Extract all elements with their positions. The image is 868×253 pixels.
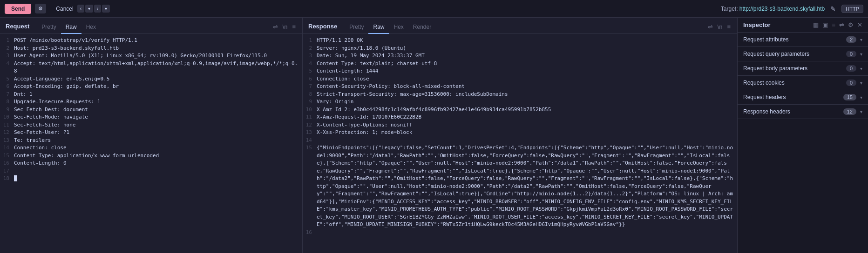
toolbar: Send ⚙ Cancel ‹ ▾ › ▾ Target: http://prd… (0, 0, 868, 18)
response-code-area[interactable]: 1HTTP/1.1 200 OK2Server: nginx/1.18.0 (U… (303, 34, 737, 253)
request-line: 9Sec-Fetch-Dest: document (0, 106, 302, 114)
response-title: Response (308, 23, 337, 33)
nav-back-dropdown[interactable]: ▾ (85, 5, 93, 13)
response-panel-header: Response Pretty Raw Hex Render ⇌ \n ≡ (303, 18, 737, 34)
request-line: 2Host: prd23-s3-backend.skyfall.htb (0, 45, 302, 53)
response-panel: Response Pretty Raw Hex Render ⇌ \n ≡ 1H… (303, 18, 738, 253)
inspector-row[interactable]: Request cookies0▾ (738, 76, 868, 90)
request-line: 12Sec-Fetch-User: ?1 (0, 129, 302, 137)
tab-request-raw[interactable]: Raw (61, 21, 81, 34)
inspector-row[interactable]: Request headers15▾ (738, 90, 868, 105)
nav-arrows: ‹ ▾ › ▾ (77, 5, 110, 13)
tab-response-pretty[interactable]: Pretty (345, 21, 368, 34)
wrap-icon[interactable]: ⇌ (272, 22, 279, 31)
nav-forward-button[interactable]: › (94, 5, 101, 13)
inspector-row[interactable]: Request query parameters0▾ (738, 47, 868, 61)
inspector-icons: ▦ ▣ ≡ ⇌ ⚙ ✕ (813, 21, 862, 28)
tab-request-hex[interactable]: Hex (81, 21, 101, 34)
inspector-row-badge: 15 (843, 94, 856, 100)
separator (51, 4, 51, 13)
inspector-rows: Request attributes2▾Request query parame… (738, 33, 868, 253)
response-line: 6Connection: close (303, 75, 737, 83)
inspector-row-badge: 0 (846, 65, 856, 72)
inspector-row-badge: 12 (843, 108, 856, 115)
request-line: 5Accept-Language: en-US,en;q=0.5 (0, 75, 302, 83)
request-line: 1POST /minio/bootstrap/v1/verify HTTP/1.… (0, 37, 302, 45)
response-line: 10X-Amz-Id-2: e3b0c44298fc1c149afbf4c899… (303, 106, 737, 114)
request-code-area[interactable]: 1POST /minio/bootstrap/v1/verify HTTP/1.… (0, 34, 302, 253)
request-line: 14Connection: close (0, 144, 302, 152)
request-line: 16Content-Length: 0 (0, 160, 302, 167)
http-badge: HTTP (841, 5, 863, 13)
chevron-down-icon: ▾ (860, 109, 862, 114)
response-newline-icon[interactable]: \n (717, 22, 724, 31)
menu-icon[interactable]: ≡ (291, 22, 297, 31)
response-line: 12X-Content-Type-Options: nosniff (303, 121, 737, 129)
request-line: 11Sec-Fetch-Site: none (0, 121, 302, 129)
newline-icon[interactable]: \n (282, 22, 289, 31)
settings-button[interactable]: ⚙ (35, 4, 46, 13)
inspector-row-label: Request cookies (743, 80, 846, 86)
response-line: 13X-Xss-Protection: 1; mode=block (303, 129, 737, 137)
tab-response-hex[interactable]: Hex (389, 21, 408, 34)
chevron-down-icon: ▾ (860, 95, 862, 100)
inspector-list-icon[interactable]: ≡ (832, 21, 835, 28)
edit-url-button[interactable]: ✎ (828, 5, 838, 13)
response-line: 9Vary: Origin (303, 98, 737, 106)
response-panel-tools: ⇌ \n ≡ (707, 22, 732, 33)
inspector-title: Inspector (743, 21, 771, 28)
inspector-row-label: Request headers (743, 94, 843, 100)
inspector-grid-icon[interactable]: ▦ (813, 21, 819, 28)
inspector-row[interactable]: Response headers12▾ (738, 105, 868, 119)
response-menu-icon[interactable]: ≡ (726, 22, 732, 31)
request-line: 13Te: trailers (0, 137, 302, 145)
cancel-button[interactable]: Cancel (56, 6, 73, 12)
response-line: 5Content-Length: 1444 (303, 67, 737, 75)
inspector-table-icon[interactable]: ▣ (822, 21, 828, 28)
request-line: 7Dnt: 1 (0, 91, 302, 99)
inspector-row-badge: 0 (846, 51, 856, 57)
response-line: 16 (303, 229, 737, 237)
target-label: Target: http://prd23-s3-backend.skyfall.… (721, 6, 825, 12)
response-line: 15{"MinioEndpoints":[{"Legacy":false,"Se… (303, 144, 737, 229)
main-area: Request Pretty Raw Hex ⇌ \n ≡ 1POST /min… (0, 18, 868, 253)
response-wrap-icon[interactable]: ⇌ (707, 22, 714, 31)
inspector-row[interactable]: Request attributes2▾ (738, 33, 868, 47)
request-line: 15Content-Type: application/x-www-form-u… (0, 152, 302, 160)
request-panel-tools: ⇌ \n ≡ (272, 22, 297, 33)
chevron-down-icon: ▾ (860, 52, 862, 57)
tab-response-render[interactable]: Render (408, 21, 436, 34)
tab-response-raw[interactable]: Raw (368, 21, 389, 34)
response-line: 8Strict-Transport-Security: max-age=3153… (303, 91, 737, 99)
inspector-row[interactable]: Request body parameters0▾ (738, 61, 868, 76)
inspector-row-label: Request body parameters (743, 65, 846, 72)
inspector-settings-icon[interactable]: ⚙ (848, 21, 854, 28)
response-line: 7Content-Security-Policy: block-all-mixe… (303, 83, 737, 91)
inspector-split-icon[interactable]: ⇌ (839, 21, 844, 28)
send-button[interactable]: Send (5, 4, 31, 14)
request-line: 17 (0, 167, 302, 175)
chevron-down-icon: ▾ (860, 80, 862, 86)
request-line: 6Accept-Encoding: gzip, deflate, br (0, 83, 302, 91)
request-title: Request (6, 23, 29, 33)
response-line: 3Date: Sun, 19 May 2024 23:33:37 GMT (303, 52, 737, 60)
request-panel-header: Request Pretty Raw Hex ⇌ \n ≡ (0, 18, 302, 34)
nav-forward-dropdown[interactable]: ▾ (102, 5, 110, 13)
target-url: http://prd23-s3-backend.skyfall.htb (739, 6, 825, 12)
cursor (14, 175, 17, 181)
request-line: 8Upgrade-Insecure-Requests: 1 (0, 98, 302, 106)
inspector-close-icon[interactable]: ✕ (857, 21, 862, 28)
inspector-panel: Inspector ▦ ▣ ≡ ⇌ ⚙ ✕ Request attributes… (738, 18, 868, 253)
tab-request-pretty[interactable]: Pretty (37, 21, 61, 34)
inspector-header: Inspector ▦ ▣ ≡ ⇌ ⚙ ✕ (738, 18, 868, 33)
nav-back-button[interactable]: ‹ (77, 5, 84, 13)
inspector-row-badge: 2 (846, 36, 856, 43)
inspector-row-badge: 0 (846, 80, 856, 86)
inspector-row-label: Request query parameters (743, 51, 846, 57)
inspector-row-label: Response headers (743, 108, 843, 115)
response-line: 11X-Amz-Request-Id: 17D107E60C222B2B (303, 113, 737, 121)
response-line: 14 (303, 137, 737, 145)
response-line: 2Server: nginx/1.18.0 (Ubuntu) (303, 45, 737, 53)
request-line: 10Sec-Fetch-Mode: navigate (0, 113, 302, 121)
response-line: 1HTTP/1.1 200 OK (303, 37, 737, 45)
